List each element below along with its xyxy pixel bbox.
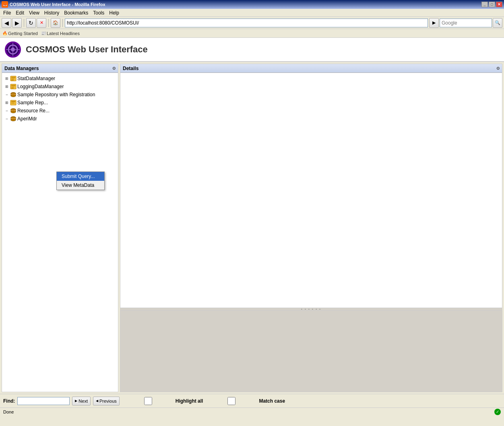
- context-menu: Submit Query... View MetaData: [56, 172, 105, 190]
- menu-tools[interactable]: Tools: [91, 9, 107, 17]
- ctx-view-metadata[interactable]: View MetaData: [57, 181, 104, 190]
- tree-item-stat[interactable]: ⊞ StatDataManager: [3, 74, 117, 83]
- highlight-all-checkbox[interactable]: [122, 397, 174, 405]
- ctx-view-metadata-label: View MetaData: [62, 182, 94, 188]
- minimize-button[interactable]: _: [481, 2, 488, 7]
- svg-rect-12: [11, 88, 14, 89]
- menu-view[interactable]: View: [27, 9, 42, 17]
- data-managers-header: Data Managers ⊙: [2, 64, 118, 73]
- menu-file[interactable]: File: [1, 9, 13, 17]
- app-logo: [5, 41, 21, 58]
- svg-rect-17: [11, 101, 15, 102]
- bookmark-label-1: Getting Started: [8, 31, 38, 36]
- app-icon: 🦊: [2, 1, 8, 8]
- findbar: Find: ▶ Next ◀ Previous Highlight all Ma…: [0, 394, 504, 407]
- ctx-submit-query-label: Submit Query...: [62, 174, 95, 179]
- expander-sample-reg[interactable]: –: [4, 91, 10, 98]
- right-panel: Details ⊙ • • • • • •: [120, 64, 502, 392]
- expander-stat[interactable]: ⊞: [4, 75, 10, 82]
- reload-button[interactable]: ↻: [26, 18, 36, 28]
- label-resource: Resource Re...: [17, 108, 50, 114]
- toolbar-sep2: [48, 19, 49, 27]
- svg-point-15: [11, 95, 16, 97]
- icon-logging: [10, 83, 17, 90]
- status-ok-icon: ✓: [494, 409, 501, 415]
- close-button[interactable]: ✕: [496, 2, 502, 7]
- back-button[interactable]: ◀: [2, 18, 11, 28]
- highlight-all-check[interactable]: Highlight all: [122, 397, 203, 405]
- latest-headlines-icon: 📰: [41, 31, 46, 35]
- icon-sample-reg: [10, 91, 17, 98]
- menu-edit[interactable]: Edit: [13, 9, 27, 17]
- icon-stat: [10, 75, 17, 82]
- expander-resource[interactable]: –: [4, 108, 10, 114]
- status-checkmark: ✓: [496, 409, 499, 414]
- url-input[interactable]: [65, 19, 428, 27]
- svg-rect-11: [11, 87, 14, 87]
- data-managers-title: Data Managers: [4, 66, 39, 71]
- statusbar: Done ✓: [0, 407, 504, 416]
- details-content: [120, 73, 502, 308]
- next-arrow-icon: ▶: [75, 399, 77, 403]
- expander-sample-rep[interactable]: ⊞: [4, 99, 10, 106]
- label-aperimdr: AperiMdr: [17, 116, 37, 122]
- highlight-all-label: Highlight all: [176, 398, 203, 404]
- stop-button[interactable]: ✕: [37, 18, 46, 28]
- forward-button[interactable]: ▶: [12, 18, 22, 28]
- label-sample-reg: Sample Repository with Registration: [17, 92, 95, 97]
- match-case-check[interactable]: Match case: [205, 397, 285, 405]
- tree-item-logging[interactable]: ⊞ LoggingDataManager: [3, 83, 117, 91]
- toolbar-sep3: [62, 19, 63, 27]
- bookmark-label-2: Latest Headlines: [47, 31, 80, 36]
- menubar: File Edit View History Bookmarks Tools H…: [0, 9, 504, 17]
- toolbar-sep1: [24, 19, 24, 27]
- tree-item-sample-reg[interactable]: – Sample Repository with Registration: [3, 91, 117, 99]
- tree-item-sample-rep[interactable]: ⊞ Sample Rep...: [3, 99, 117, 107]
- label-stat: StatDataManager: [17, 76, 55, 81]
- ctx-submit-query[interactable]: Submit Query...: [57, 172, 104, 181]
- status-text: Done: [3, 409, 14, 414]
- tree-item-aperimdr[interactable]: – AperiMdr: [3, 115, 117, 123]
- menu-bookmarks[interactable]: Bookmarks: [62, 9, 91, 17]
- icon-aperimdr: [10, 116, 17, 122]
- toolbar: ◀ ▶ ↻ ✕ 🏠 ▶ 🔍: [0, 17, 504, 29]
- expander-aperimdr[interactable]: –: [4, 116, 10, 122]
- tree-area: ⊞ StatDataManager ⊞ LoggingDataManager –: [2, 73, 118, 392]
- bookmark-getting-started[interactable]: 🔥 Getting Started: [2, 31, 38, 36]
- next-button[interactable]: ▶ Next: [72, 397, 91, 405]
- bookmark-latest-headlines[interactable]: 📰 Latest Headlines: [41, 31, 80, 36]
- search-input[interactable]: [440, 19, 492, 27]
- bookmarks-bar: 🔥 Getting Started 📰 Latest Headlines: [0, 29, 504, 38]
- label-sample-rep: Sample Rep...: [17, 100, 48, 105]
- home-button[interactable]: 🏠: [51, 18, 60, 28]
- details-panel: Details ⊙: [120, 64, 502, 308]
- main-content: Data Managers ⊙ ⊞ StatDataManager ⊞ Logg…: [0, 62, 504, 394]
- maximize-button[interactable]: □: [489, 2, 495, 7]
- go-button[interactable]: ▶: [429, 18, 439, 28]
- tree-item-resource[interactable]: – Resource Re...: [3, 107, 117, 115]
- find-label: Find:: [3, 398, 15, 404]
- bottom-panel: [120, 310, 502, 393]
- icon-sample-rep: [10, 99, 17, 106]
- panel-config-icon[interactable]: ⊙: [112, 66, 116, 70]
- svg-point-21: [11, 111, 16, 113]
- label-logging: LoggingDataManager: [17, 84, 64, 89]
- details-header: Details ⊙: [120, 64, 502, 73]
- find-input[interactable]: [17, 397, 70, 405]
- menu-help[interactable]: Help: [107, 9, 122, 17]
- details-config-icon[interactable]: ⊙: [496, 66, 500, 70]
- details-title: Details: [123, 66, 138, 71]
- search-button[interactable]: 🔍: [493, 18, 502, 28]
- next-label: Next: [78, 399, 88, 403]
- previous-button[interactable]: ◀ Previous: [93, 397, 120, 405]
- svg-point-24: [11, 119, 16, 121]
- left-panel: Data Managers ⊙ ⊞ StatDataManager ⊞ Logg…: [2, 64, 118, 392]
- menu-history[interactable]: History: [42, 9, 62, 17]
- match-case-checkbox[interactable]: [205, 397, 258, 405]
- previous-label: Previous: [99, 399, 117, 403]
- svg-rect-8: [11, 80, 14, 81]
- expander-logging[interactable]: ⊞: [4, 83, 10, 90]
- svg-rect-18: [11, 103, 14, 103]
- title-text: COSMOS Web User Interface - Mozilla Fire…: [10, 2, 105, 7]
- window-controls: _ □ ✕: [481, 2, 502, 7]
